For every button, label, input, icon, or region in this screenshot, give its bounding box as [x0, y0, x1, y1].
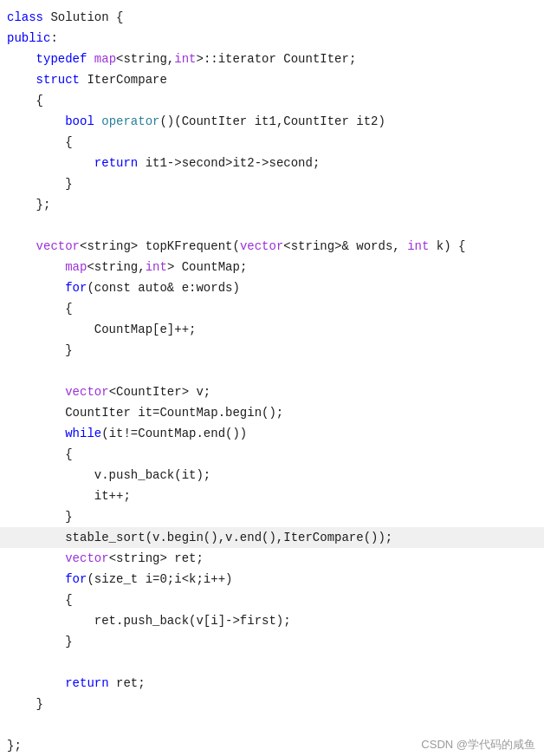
- code-line: v.push_back(it);: [0, 465, 544, 486]
- code-line: {: [0, 298, 544, 319]
- code-line: map<string,int> CountMap;: [0, 257, 544, 277]
- code-line: vector<string> topKFrequent(vector<strin…: [0, 236, 544, 257]
- code-line: vector<CountIter> v;: [0, 381, 544, 402]
- code-line: [0, 215, 544, 236]
- code-line: public:: [0, 28, 544, 49]
- code-line: };: [0, 194, 544, 215]
- code-line: for(size_t i=0;i<k;i++): [0, 569, 544, 590]
- code-line: CountMap[e]++;: [0, 319, 544, 340]
- code-line: return ret;: [0, 673, 544, 694]
- code-line: }: [0, 631, 544, 652]
- code-line: return it1->second>it2->second;: [0, 153, 544, 173]
- code-container: class Solution { public: typedef map<str…: [0, 0, 544, 756]
- code-line: {: [0, 90, 544, 111]
- code-line: stable_sort(v.begin(),v.end(),IterCompar…: [0, 527, 544, 548]
- code-line: [0, 714, 544, 735]
- code-line: class Solution {: [0, 7, 544, 28]
- code-line: for(const auto& e:words): [0, 277, 544, 298]
- code-line: {: [0, 132, 544, 153]
- code-line: }: [0, 694, 544, 714]
- code-line: [0, 361, 544, 381]
- watermark: CSDN @学代码的咸鱼: [421, 737, 535, 753]
- code-line: [0, 652, 544, 673]
- code-line: bool operator()(CountIter it1,CountIter …: [0, 111, 544, 132]
- code-line: {: [0, 444, 544, 465]
- code-line: struct IterCompare: [0, 69, 544, 90]
- code-line: {: [0, 590, 544, 610]
- code-line: }: [0, 173, 544, 194]
- code-line: it++;: [0, 486, 544, 506]
- code-line: while(it!=CountMap.end()): [0, 423, 544, 444]
- code-line: }: [0, 340, 544, 361]
- code-line: vector<string> ret;: [0, 548, 544, 569]
- code-line: CountIter it=CountMap.begin();: [0, 402, 544, 423]
- code-line: ret.push_back(v[i]->first);: [0, 610, 544, 631]
- code-line: typedef map<string,int>::iterator CountI…: [0, 49, 544, 69]
- code-line: }: [0, 506, 544, 527]
